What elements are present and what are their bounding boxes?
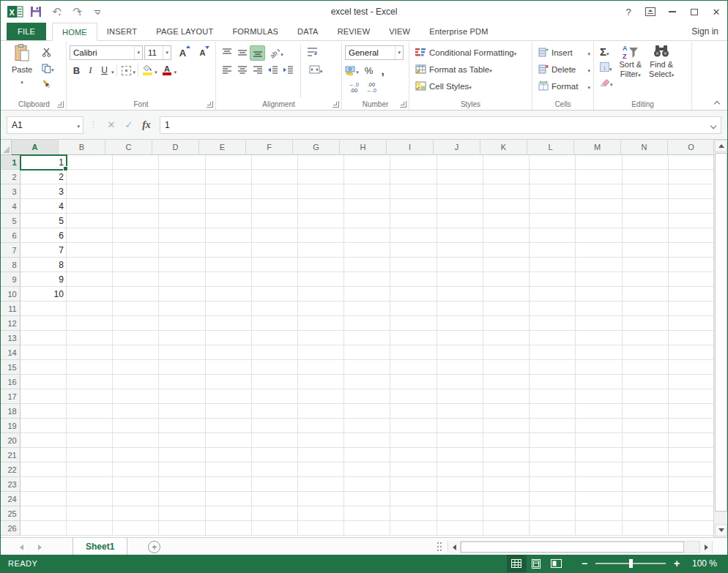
cell-f10[interactable] [252, 287, 298, 302]
cell-l22[interactable] [530, 462, 576, 477]
sign-in-link[interactable]: Sign in [691, 23, 727, 40]
decrease-decimal-button[interactable]: .00 →.0 [363, 82, 380, 94]
maximize-button[interactable] [683, 2, 705, 21]
cell-m10[interactable] [576, 287, 622, 302]
cell-j26[interactable] [437, 521, 483, 536]
cell-h20[interactable] [344, 433, 390, 448]
cell-o1[interactable] [669, 155, 715, 170]
cell-k19[interactable] [483, 419, 530, 433]
cell-styles-button[interactable]: Cell Styles [415, 78, 529, 94]
cell-a16[interactable] [21, 375, 67, 389]
cell-n9[interactable] [623, 272, 669, 287]
cell-g1[interactable] [298, 155, 344, 170]
row-header-14[interactable]: 14 [1, 345, 21, 360]
cell-b21[interactable] [67, 448, 113, 462]
cell-j3[interactable] [437, 184, 483, 199]
cell-f22[interactable] [252, 462, 298, 477]
cell-e12[interactable] [206, 316, 252, 331]
tab-home[interactable]: HOME [52, 23, 97, 41]
cell-b16[interactable] [67, 375, 113, 389]
cell-m7[interactable] [576, 243, 622, 258]
cell-d24[interactable] [159, 492, 205, 506]
cell-n2[interactable] [623, 170, 669, 184]
cell-a1[interactable]: 1 [21, 155, 67, 170]
cell-o15[interactable] [669, 360, 715, 375]
row-header-4[interactable]: 4 [1, 199, 21, 214]
underline-button[interactable]: U [97, 63, 111, 78]
cell-m8[interactable] [576, 258, 622, 272]
cell-c19[interactable] [113, 419, 159, 433]
cell-c4[interactable] [113, 199, 159, 214]
fill-color-dropdown-icon[interactable] [155, 64, 157, 77]
cell-j9[interactable] [437, 272, 483, 287]
cell-e14[interactable] [206, 345, 252, 360]
number-format-select[interactable]: General [345, 45, 404, 60]
row-header-26[interactable]: 26 [1, 521, 21, 536]
cell-m13[interactable] [576, 331, 622, 345]
cell-j21[interactable] [437, 448, 483, 462]
row-header-23[interactable]: 23 [1, 477, 21, 492]
cell-k9[interactable] [483, 272, 530, 287]
cell-j1[interactable] [437, 155, 483, 170]
cell-h8[interactable] [344, 258, 390, 272]
cell-m11[interactable] [576, 302, 622, 316]
cell-a26[interactable] [21, 521, 67, 536]
cell-o5[interactable] [669, 214, 715, 228]
cell-c8[interactable] [113, 258, 159, 272]
cell-a19[interactable] [21, 419, 67, 433]
sort-filter-button[interactable]: A Z Sort & Filter [616, 44, 646, 98]
row-header-7[interactable]: 7 [1, 243, 21, 258]
cell-j23[interactable] [437, 477, 483, 492]
cell-l7[interactable] [530, 243, 576, 258]
cell-e26[interactable] [206, 521, 252, 536]
cell-j5[interactable] [437, 214, 483, 228]
undo-button[interactable]: ↶▾ [46, 3, 67, 20]
cell-l15[interactable] [530, 360, 576, 375]
format-button[interactable]: Format [538, 78, 590, 94]
column-header-g[interactable]: G [293, 140, 340, 155]
cell-a20[interactable] [21, 433, 67, 448]
cell-c17[interactable] [113, 389, 159, 404]
cell-a15[interactable] [21, 360, 67, 375]
cell-b1[interactable] [67, 155, 113, 170]
cell-b4[interactable] [67, 199, 113, 214]
tab-splitter-grip[interactable] [437, 542, 442, 553]
cell-m20[interactable] [576, 433, 622, 448]
cell-j14[interactable] [437, 345, 483, 360]
cell-h14[interactable] [344, 345, 390, 360]
insert-function-button[interactable]: fx [138, 116, 155, 134]
cell-i26[interactable] [390, 521, 437, 536]
cell-m22[interactable] [576, 462, 622, 477]
column-header-k[interactable]: K [480, 140, 527, 155]
cell-h17[interactable] [344, 389, 390, 404]
clipboard-dialog-launcher[interactable] [57, 101, 64, 108]
cell-c5[interactable] [113, 214, 159, 228]
row-header-11[interactable]: 11 [1, 302, 21, 316]
decrease-font-size-button[interactable]: A [196, 45, 209, 61]
cell-l3[interactable] [530, 184, 576, 199]
cell-f5[interactable] [252, 214, 298, 228]
column-header-j[interactable]: J [434, 140, 480, 155]
cell-c18[interactable] [113, 404, 159, 419]
cell-k7[interactable] [483, 243, 530, 258]
accounting-format-button[interactable] [345, 63, 359, 78]
cell-b6[interactable] [67, 228, 113, 243]
tab-file[interactable]: FILE [7, 23, 46, 40]
tab-enterprise-pdm[interactable]: Enterprise PDM [420, 23, 497, 40]
increase-indent-button[interactable] [281, 63, 296, 78]
enter-button[interactable]: ✓ [120, 116, 138, 134]
font-size-select[interactable]: 11 [144, 45, 171, 60]
cell-o6[interactable] [669, 228, 715, 243]
cell-k17[interactable] [483, 389, 530, 404]
cell-d17[interactable] [159, 389, 205, 404]
cell-n24[interactable] [623, 492, 669, 506]
cell-i24[interactable] [390, 492, 437, 506]
cell-e24[interactable] [206, 492, 252, 506]
cell-e1[interactable] [206, 155, 252, 170]
autosum-button[interactable]: Σ [600, 44, 613, 59]
cell-g20[interactable] [298, 433, 344, 448]
cell-l17[interactable] [530, 389, 576, 404]
cell-a7[interactable]: 7 [21, 243, 67, 258]
cell-i15[interactable] [390, 360, 437, 375]
cell-a23[interactable] [21, 477, 67, 492]
